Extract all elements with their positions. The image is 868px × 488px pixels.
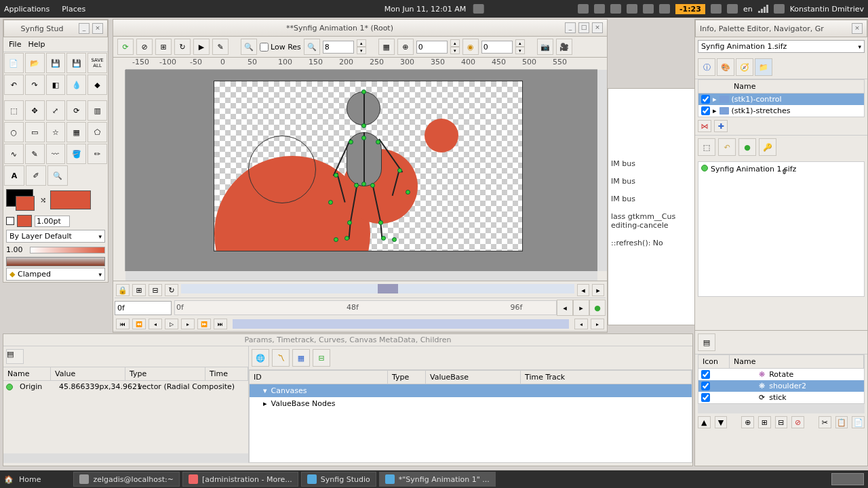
layer-visible-checkbox[interactable] — [701, 106, 710, 115]
info-tab-icon[interactable]: ⓘ — [698, 58, 715, 76]
workspace-switcher[interactable] — [831, 473, 864, 485]
layer-dup-icon[interactable]: ⊟ — [149, 284, 162, 296]
delete-icon[interactable]: ⊘ — [791, 416, 804, 428]
about-icon[interactable]: ◆ — [87, 75, 107, 95]
close-button[interactable]: × — [92, 23, 103, 34]
line-width-input[interactable] — [35, 216, 70, 227]
tool-a-icon[interactable]: ◧ — [46, 75, 66, 95]
mirror-tool-icon[interactable]: ▥ — [87, 100, 107, 121]
calendar-icon[interactable] — [473, 4, 484, 14]
canvas-viewport[interactable] — [125, 70, 597, 271]
seek-back-key-icon[interactable]: ⏪ — [132, 319, 146, 329]
children-icon[interactable]: ⊟ — [313, 349, 330, 367]
layers-tab-icon[interactable]: ▤ — [698, 333, 715, 351]
keyboard-layout[interactable]: en — [743, 5, 753, 14]
copy-icon[interactable]: 📋 — [835, 416, 848, 428]
updates-icon[interactable] — [659, 4, 670, 14]
quality-up[interactable]: ▴ — [357, 39, 366, 47]
bottom-dock-tabs[interactable]: Params, Timetrack, Curves, Canvas MetaDa… — [3, 334, 692, 346]
tool3-icon[interactable]: ● — [738, 138, 756, 156]
refresh-icon[interactable]: ⟳ — [117, 39, 134, 55]
places-menu[interactable]: Places — [62, 5, 85, 14]
seek-left-icon[interactable]: ◂ — [577, 284, 589, 296]
link-icon[interactable]: ⋈ — [698, 120, 711, 132]
groups-tab-icon[interactable]: 📁 — [755, 58, 772, 76]
task-button[interactable]: Synfig Studio — [301, 472, 376, 487]
playback-slider[interactable] — [233, 319, 569, 329]
blend-mode-combo[interactable]: By Layer Default▾ — [6, 230, 105, 243]
file-menu[interactable]: File — [9, 40, 21, 49]
duplicate-icon[interactable]: ⊕ — [741, 416, 754, 428]
canvas-list[interactable]: Synfig Animation 1.sifz — [698, 161, 865, 297]
raise-icon[interactable]: ▲ — [698, 416, 711, 428]
tool4-icon[interactable]: 🔑 — [759, 138, 776, 156]
bline-tool-icon[interactable]: ∿ — [4, 144, 24, 164]
move-tool-icon[interactable]: ✥ — [25, 100, 45, 121]
onion-icon[interactable]: ◉ — [462, 39, 479, 55]
field1[interactable] — [416, 41, 448, 54]
seek-fwd-icon[interactable]: ▸ — [181, 319, 195, 329]
help-menu[interactable]: Help — [28, 40, 45, 49]
group-icon[interactable]: ⊞ — [758, 416, 771, 428]
time-slider-top[interactable] — [181, 284, 574, 293]
seek-back-icon[interactable]: ◂ — [149, 319, 162, 329]
lower-icon[interactable]: ▼ — [715, 416, 728, 428]
table-row[interactable]: ⟳stick — [698, 392, 864, 403]
stop-icon[interactable]: ⊘ — [136, 39, 153, 55]
clock[interactable]: Mon Jun 11, 12:01 AM — [384, 5, 467, 14]
fill-color-swatch[interactable] — [16, 196, 35, 211]
globe-icon[interactable]: 🌐 — [252, 349, 269, 367]
save-icon[interactable]: 💾 — [46, 53, 66, 73]
expand-icon[interactable]: ▸ — [713, 106, 717, 115]
time-ruler[interactable]: 0f 48f 96f — [174, 300, 557, 315]
record-icon[interactable]: 🎥 — [556, 39, 572, 55]
stop-icon[interactable] — [594, 4, 605, 14]
seek-r1-icon[interactable]: ◂ — [574, 319, 588, 329]
layer-row[interactable]: ▸ (stk1)-stretches — [698, 105, 864, 117]
scale-tool-icon[interactable]: ⤢ — [46, 100, 66, 121]
render-icon[interactable]: ✎ — [212, 39, 229, 55]
vertical-scrollbar[interactable] — [597, 70, 607, 271]
horizontal-scrollbar[interactable] — [125, 271, 597, 281]
seek-end-icon[interactable]: ⏭ — [214, 319, 227, 329]
play-icon[interactable]: ▷ — [165, 319, 178, 329]
fill-preview-swatch[interactable] — [50, 190, 91, 209]
zoom-out-icon[interactable]: 🔍 — [241, 39, 257, 55]
encap-icon[interactable]: ⊟ — [775, 416, 788, 428]
preview-icon[interactable]: ▶ — [193, 39, 210, 55]
save-all-button[interactable]: SAVE ALL — [87, 53, 107, 73]
redo-icon[interactable]: ↷ — [25, 75, 45, 95]
save-as-icon[interactable]: 💾 — [66, 53, 86, 73]
seek-r2-icon[interactable]: ▸ — [591, 319, 604, 329]
task-button[interactable]: *"Synfig Animation 1" ... — [379, 472, 496, 487]
rotate-tool-icon[interactable]: ⟳ — [66, 100, 86, 121]
drop-icon[interactable]: 💧 — [66, 75, 86, 95]
resize-cursor-icon[interactable]: ⇕ — [781, 167, 787, 176]
user-name[interactable]: Konstantin Dmitriev — [790, 5, 864, 14]
text-tool-icon[interactable]: A — [4, 165, 24, 186]
minimize-button[interactable]: _ — [79, 23, 90, 34]
right-dock-titlebar[interactable]: Info, Palette Editor, Navigator, Gr × — [695, 20, 867, 37]
home-label[interactable]: Home — [19, 475, 41, 484]
layer-up-icon[interactable]: ⊞ — [132, 284, 146, 296]
close-button[interactable]: × — [852, 23, 863, 34]
task-button[interactable]: [administration - More... — [182, 472, 298, 487]
open-file-icon[interactable]: 📂 — [25, 53, 45, 73]
gradient-tool-icon[interactable]: ▦ — [66, 122, 86, 142]
tool2-icon[interactable]: ↶ — [718, 138, 736, 156]
tree-row[interactable]: ▸ValueBase Nodes — [250, 397, 692, 410]
mic-icon[interactable] — [578, 4, 589, 14]
swap-colors-icon[interactable]: ⤭ — [40, 196, 46, 205]
fill-tool-icon[interactable]: 🪣 — [66, 144, 86, 164]
key-prev-icon[interactable]: ◂ — [557, 300, 573, 316]
curves-icon[interactable]: 〽 — [272, 349, 290, 367]
quality-down[interactable]: ▾ — [357, 47, 366, 54]
lock-icon[interactable]: 🔒 — [116, 284, 130, 296]
new-file-icon[interactable]: 📄 — [4, 53, 24, 73]
volume-icon[interactable] — [711, 4, 722, 14]
grid-icon[interactable]: ▦ — [378, 39, 395, 55]
sketch-tool-icon[interactable]: ✏ — [87, 144, 107, 164]
seek-start-icon[interactable]: ⏮ — [116, 319, 130, 329]
clipboard-icon[interactable] — [627, 4, 637, 14]
eyedrop-tool-icon[interactable]: ✐ — [26, 165, 46, 186]
